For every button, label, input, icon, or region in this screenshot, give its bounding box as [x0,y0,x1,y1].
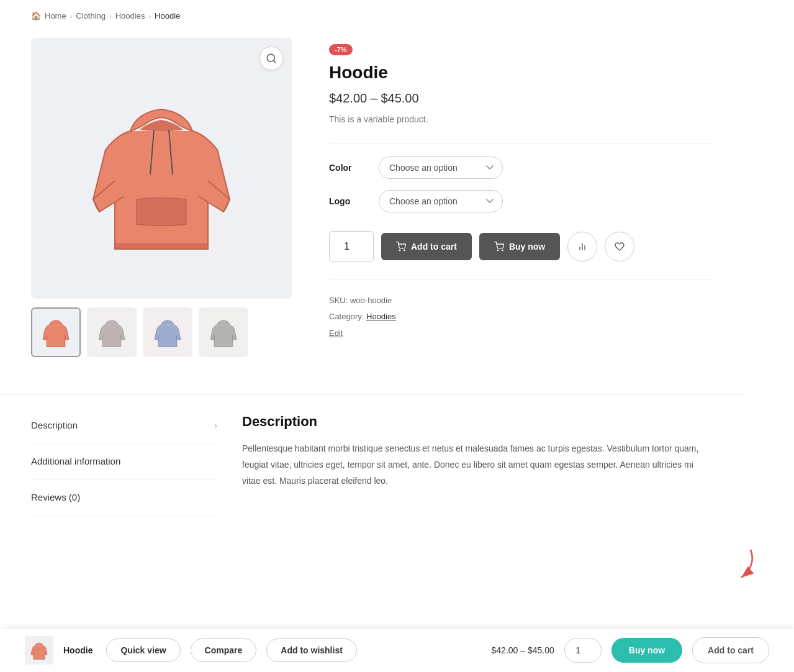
breadcrumb-current: Hoodie [155,11,180,20]
tab-description[interactable]: Description › [31,407,217,443]
compare-button[interactable] [567,232,597,261]
tab-content-description: Description Pellentesque habitant morbi … [242,407,714,515]
edit-link[interactable]: Edit [329,329,343,338]
thumbnail-3[interactable] [143,307,192,357]
category-label: Category: [329,312,364,321]
add-to-cart-label: Add to cart [411,242,457,252]
tab-description-label: Description [31,420,78,430]
logo-option-row: Logo Choose an option Yes No [329,190,714,212]
add-to-cart-button[interactable]: Add to cart [381,233,472,260]
buy-now-button[interactable]: Buy now [479,233,560,260]
svg-point-5 [404,250,405,250]
category-link[interactable]: Hoodies [366,312,396,321]
wishlist-button[interactable] [605,232,634,261]
breadcrumb-sep-1: › [70,12,73,20]
product-gallery [31,38,292,357]
cart-icon [396,242,406,252]
tab-additional-info[interactable]: Additional information [31,443,217,479]
svg-point-4 [399,250,400,250]
tab-reviews-label: Reviews (0) [31,492,80,502]
sku-label: SKU: [329,296,348,305]
thumbnail-1[interactable] [31,307,81,357]
description-heading: Description [242,414,714,430]
product-section: -7% Hoodie $42.00 – $45.00 This is a var… [0,32,745,394]
svg-point-6 [497,250,498,250]
logo-select[interactable]: Choose an option Yes No [379,190,503,212]
actions-row: Add to cart Buy now [329,231,714,262]
thumbnail-2[interactable] [87,307,137,357]
logo-label: Logo [329,196,366,206]
breadcrumb-hoodies[interactable]: Hoodies [115,11,145,20]
breadcrumb: 🏠 Home › Clothing › Hoodies › Hoodie [0,0,794,32]
arrow-annotation [0,547,794,584]
divider-1 [329,143,714,144]
discount-badge: -7% [329,44,353,55]
thumbnail-4[interactable] [199,307,248,357]
svg-line-1 [273,60,275,62]
buy-now-label: Buy now [509,242,545,252]
tab-list: Description › Additional information Rev… [31,407,217,515]
tabs-section: Description › Additional information Rev… [0,394,745,553]
chevron-right-icon: › [214,420,217,430]
svg-point-7 [502,250,503,250]
sku-value: woo-hoodie [350,296,392,305]
divider-2 [329,279,714,280]
breadcrumb-sep-3: › [148,12,151,20]
quantity-input[interactable] [329,231,374,262]
chart-icon [577,242,587,252]
category-row: Category: Hoodies [329,309,714,325]
zoom-button[interactable] [259,47,283,70]
product-description: This is a variable product. [329,113,714,126]
breadcrumb-clothing[interactable]: Clothing [76,11,106,20]
product-price: $42.00 – $45.00 [329,91,714,106]
arrow-icon [713,547,763,584]
product-meta: SKU: woo-hoodie Category: Hoodies [329,293,714,325]
product-info: -7% Hoodie $42.00 – $45.00 This is a var… [329,38,714,357]
home-icon: 🏠 [31,11,41,20]
description-body: Pellentesque habitant morbi tristique se… [242,441,714,489]
color-label: Color [329,163,366,173]
breadcrumb-sep-2: › [109,12,112,20]
color-select[interactable]: Choose an option Red Blue Green [379,157,503,179]
breadcrumb-home[interactable]: Home [45,11,66,20]
sku-row: SKU: woo-hoodie [329,293,714,309]
main-product-image [31,38,292,299]
zoom-icon [266,53,277,64]
color-option-row: Color Choose an option Red Blue Green [329,157,714,179]
thumbnail-list [31,307,292,357]
product-title: Hoodie [329,63,714,83]
buy-cart-icon [494,242,504,252]
tab-additional-info-label: Additional information [31,456,120,466]
tab-reviews[interactable]: Reviews (0) [31,479,217,515]
hoodie-illustration [81,75,242,261]
heart-icon [615,242,625,252]
